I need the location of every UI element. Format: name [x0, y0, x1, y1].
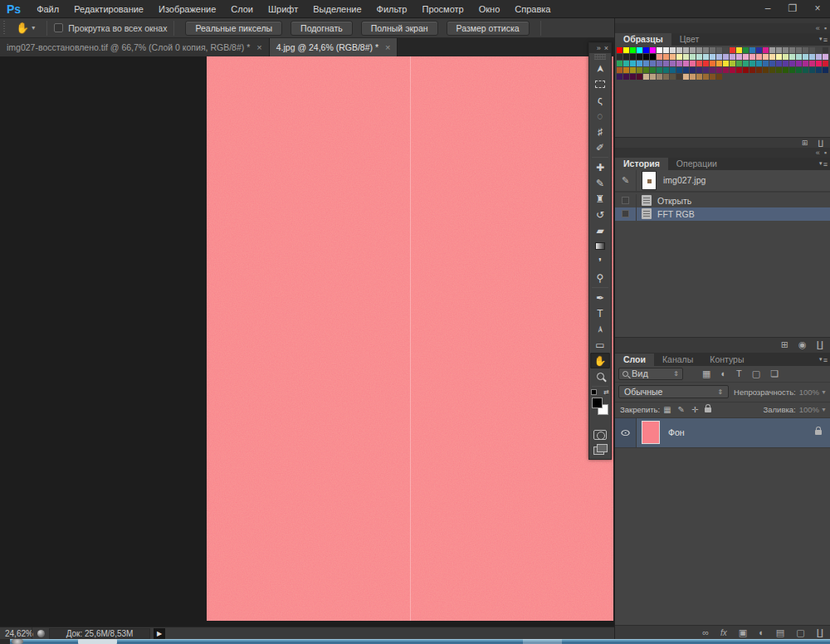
swatch[interactable]: [730, 67, 735, 73]
lock-option-icon-0[interactable]: ▦: [663, 405, 671, 414]
swatch[interactable]: [776, 67, 782, 73]
swatch[interactable]: [676, 61, 682, 66]
rectangular-marquee-tool[interactable]: [590, 76, 610, 92]
swatch[interactable]: [789, 67, 795, 73]
swatch[interactable]: [623, 61, 629, 66]
swatch[interactable]: [710, 54, 715, 60]
swatch[interactable]: [650, 47, 656, 53]
panel-menu-icon[interactable]: ▼≡: [818, 36, 828, 44]
menu-item-1[interactable]: Редактирование: [66, 4, 151, 14]
menu-item-5[interactable]: Выделение: [305, 4, 369, 14]
swatch[interactable]: [670, 47, 676, 53]
swatch[interactable]: [783, 61, 788, 66]
swatch[interactable]: [716, 61, 722, 66]
adjustment-layer-icon[interactable]: ◐: [759, 627, 764, 637]
swatch[interactable]: [630, 74, 636, 80]
swatch[interactable]: [630, 54, 636, 60]
zoom-tool[interactable]: [590, 368, 610, 384]
swatch[interactable]: [623, 74, 629, 80]
screen-mode-button[interactable]: [593, 444, 607, 454]
swatch[interactable]: [783, 67, 788, 73]
dock-grip-icon[interactable]: ▪: [824, 149, 827, 157]
close-panel-icon[interactable]: ×: [604, 44, 608, 52]
swatch[interactable]: [809, 54, 815, 60]
options-button-2[interactable]: Полный экран: [361, 21, 438, 36]
collapse-dock-icon[interactable]: «: [816, 149, 820, 157]
swatch[interactable]: [617, 47, 622, 53]
menu-item-2[interactable]: Изображение: [151, 4, 223, 14]
close-button[interactable]: ×: [805, 0, 830, 18]
swatch[interactable]: [743, 61, 749, 66]
swatch[interactable]: [789, 47, 795, 53]
swatch[interactable]: [643, 54, 649, 60]
swatch[interactable]: [776, 47, 782, 53]
filter-type-icon-3[interactable]: ▢: [752, 368, 760, 379]
blend-mode-dropdown[interactable]: Обычные ⇕: [618, 385, 729, 398]
swatch[interactable]: [650, 54, 656, 60]
lock-option-icon-1[interactable]: ✎: [678, 405, 685, 414]
eyedropper-tool[interactable]: ✐: [590, 139, 610, 155]
swatch[interactable]: [623, 54, 629, 60]
swatch[interactable]: [809, 67, 815, 73]
swatch[interactable]: [637, 74, 642, 80]
swatch[interactable]: [663, 61, 669, 66]
swatch[interactable]: [816, 61, 822, 66]
swatch[interactable]: [749, 67, 755, 73]
link-layers-icon[interactable]: ∞: [702, 627, 709, 637]
swatch[interactable]: [670, 54, 676, 60]
swatch[interactable]: [670, 61, 676, 66]
lasso-tool[interactable]: ς: [590, 92, 610, 108]
trash-icon[interactable]: ∐: [817, 627, 823, 638]
swatch[interactable]: [783, 54, 788, 60]
swatch[interactable]: [663, 47, 669, 53]
swatch[interactable]: [756, 54, 762, 60]
swatch[interactable]: [683, 61, 689, 66]
swatch[interactable]: [736, 61, 742, 66]
swatch[interactable]: [710, 47, 715, 53]
layers-tab-1[interactable]: Каналы: [654, 354, 701, 366]
filter-type-icon-4[interactable]: ❏: [770, 368, 779, 379]
swatch[interactable]: [690, 54, 696, 60]
swatch[interactable]: [769, 61, 775, 66]
swatch[interactable]: [723, 54, 729, 60]
history-tab-1[interactable]: Операции: [668, 158, 725, 170]
swatch[interactable]: [723, 61, 729, 66]
swatch[interactable]: [763, 47, 769, 53]
history-step-checkbox[interactable]: [615, 207, 637, 221]
swatch[interactable]: [769, 54, 775, 60]
swatch[interactable]: [763, 54, 769, 60]
swatch[interactable]: [703, 47, 709, 53]
swatch[interactable]: [823, 54, 828, 60]
swatch[interactable]: [716, 47, 722, 53]
hand-tool[interactable]: ✋: [590, 353, 610, 368]
swatch[interactable]: [696, 74, 702, 80]
start-orb-icon[interactable]: [12, 639, 23, 644]
close-tab-icon[interactable]: ×: [385, 42, 390, 52]
lock-option-icon-2[interactable]: ✛: [691, 405, 698, 414]
spot-healing-brush-tool[interactable]: ✚: [590, 159, 610, 175]
swatch[interactable]: [650, 61, 656, 66]
swatch[interactable]: [630, 47, 636, 53]
swatch[interactable]: [683, 54, 689, 60]
swatches-tab-0[interactable]: Образцы: [615, 33, 671, 46]
dropdown-arrow-icon[interactable]: ▼: [821, 407, 827, 412]
swatch[interactable]: [657, 61, 662, 66]
swatch[interactable]: [736, 67, 742, 73]
swatch[interactable]: [663, 67, 669, 73]
history-brush-source-icon[interactable]: ✎: [615, 170, 637, 191]
swatch[interactable]: [716, 74, 722, 80]
swap-colors-icon[interactable]: ⇄: [603, 388, 609, 396]
swatch[interactable]: [650, 74, 656, 80]
eraser-tool[interactable]: ▰: [590, 222, 610, 238]
swatch[interactable]: [823, 67, 828, 73]
swatch[interactable]: [663, 74, 669, 80]
options-grip[interactable]: [2, 21, 7, 36]
new-swatch-icon[interactable]: ⊞: [802, 139, 808, 147]
swatch[interactable]: [803, 47, 808, 53]
shape-tool[interactable]: ▭: [590, 337, 610, 353]
layer-visibility-toggle[interactable]: ⊙: [615, 418, 637, 447]
swatch[interactable]: [637, 61, 642, 66]
taskbar-app-button[interactable]: [523, 639, 562, 644]
swatch[interactable]: [803, 67, 808, 73]
new-document-from-state-icon[interactable]: ⊞: [781, 339, 788, 350]
